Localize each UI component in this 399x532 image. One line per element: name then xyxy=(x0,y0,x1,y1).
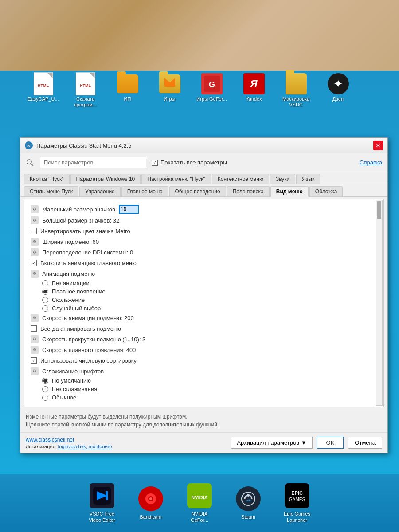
radio-btn-slide[interactable] xyxy=(42,297,48,303)
radio-normal-smooth[interactable]: Обычное xyxy=(29,393,370,402)
localization-text: Локализация: loginvovchyk, montonero xyxy=(26,444,227,449)
svg-point-17 xyxy=(247,494,250,497)
tab-view[interactable]: Вид меню xyxy=(270,186,309,197)
dialog-icon: S xyxy=(25,141,33,149)
setting-icon-fade-speed: ⚙ xyxy=(31,346,39,354)
desktop-icon-label-masking: Маскировка VSDC xyxy=(279,96,313,108)
nvidia-label: NVIDIAGeFor... xyxy=(191,511,208,524)
tab-pusk-menu[interactable]: Настройка меню "Пуск" xyxy=(141,174,211,184)
desktop-icon-easycap[interactable]: HTML EasyCAP_U... xyxy=(27,73,60,108)
content-area: ⚙ Маленький размер значков ⚙ Большой раз… xyxy=(24,199,384,407)
footer-info: Измененные параметры будут выделены полу… xyxy=(20,409,387,432)
radio-btn-random[interactable] xyxy=(42,305,48,312)
tab-lang[interactable]: Язык xyxy=(296,174,320,184)
tabs-row-1: Кнопка "Пуск" Параметры Windows 10 Настр… xyxy=(20,172,387,184)
radio-label-normal-smooth: Обычное xyxy=(52,394,76,401)
tab-context[interactable]: Контекстное меню xyxy=(212,174,269,184)
desktop-icon-masking[interactable]: Маскировка VSDC xyxy=(279,73,313,108)
radio-default-smooth[interactable]: По умолчанию xyxy=(29,376,370,385)
desktop-icon-yandex[interactable]: Я Yandex xyxy=(237,73,270,108)
taskbar-icon-nvidia[interactable]: NVIDIA NVIDIAGeFor... xyxy=(182,483,217,524)
radio-btn-no-smooth[interactable] xyxy=(42,386,48,392)
radio-btn-normal-smooth[interactable] xyxy=(42,395,48,401)
svg-text:NVIDIA: NVIDIA xyxy=(191,495,207,500)
always-anim-label: Всегда анимировать подменю xyxy=(40,325,121,332)
tab-style[interactable]: Стиль меню Пуск xyxy=(24,186,78,196)
main-anim-checkbox[interactable]: ✓ xyxy=(31,260,37,266)
localization-links[interactable]: loginvovchyk, montonero xyxy=(58,444,112,449)
font-smooth-header: ⚙ Сглаживание шрифтов xyxy=(29,366,370,376)
small-icon-label: Маленький размер значков xyxy=(42,206,115,213)
radio-no-anim[interactable]: Без анимации xyxy=(29,279,370,287)
taskbar-icon-epic[interactable]: EPIC GAMES Epic GamesLauncher xyxy=(279,483,315,524)
scrollbar-thumb[interactable] xyxy=(377,201,381,219)
ok-button[interactable]: OK xyxy=(317,437,344,449)
html-file-icon2: HTML xyxy=(76,72,95,95)
desktop-icon-ip[interactable]: ИП xyxy=(111,73,144,108)
tab-main-menu[interactable]: Главное меню xyxy=(121,186,168,196)
title-bar: S Параметры Classic Start Menu 4.2.5 ✕ xyxy=(20,138,387,153)
scrollbar-track[interactable] xyxy=(376,200,383,406)
taskbar-icon-vsdc[interactable]: VSDC FreeVideo Editor xyxy=(84,483,120,524)
setting-row-submenu-width: ⚙ Ширина подменю: 60 xyxy=(29,236,370,247)
classicshell-link[interactable]: www.classicshell.net xyxy=(26,437,74,443)
steam-label: Steam xyxy=(241,514,255,520)
num-sort-checkbox[interactable]: ✓ xyxy=(31,357,37,364)
radio-smooth[interactable]: Плавное появление xyxy=(29,287,370,296)
desktop-icon-games[interactable]: Игры xyxy=(153,73,186,108)
vsdc-label: VSDC FreeVideo Editor xyxy=(89,511,115,524)
setting-row-large-icon-size: ⚙ Большой размер значков: 32 xyxy=(29,215,370,226)
radio-label-random: Случайный выбор xyxy=(52,305,101,312)
small-icon-input[interactable] xyxy=(119,205,139,214)
radio-btn-default-smooth[interactable] xyxy=(42,378,48,384)
help-link[interactable]: Справка xyxy=(360,159,382,166)
folder-icon-ip xyxy=(117,74,138,93)
epic-icon: EPIC GAMES xyxy=(285,483,309,508)
radio-random[interactable]: Случайный выбор xyxy=(29,304,370,313)
radio-no-smooth[interactable]: Без сглаживания xyxy=(29,385,370,393)
epic-label: Epic GamesLauncher xyxy=(284,511,310,524)
cancel-button[interactable]: Отмена xyxy=(348,437,382,449)
show-all-params-checkbox[interactable]: ✓ xyxy=(152,160,158,166)
tab-behavior[interactable]: Общее поведение xyxy=(169,186,226,196)
svg-text:EPIC: EPIC xyxy=(291,490,303,496)
taskbar-icon-steam[interactable]: Steam xyxy=(231,486,266,520)
setting-icon-scroll-speed: ⚙ xyxy=(31,335,39,343)
desktop-icon-label-dzen: Дзен xyxy=(332,96,344,102)
dialog-title: Параметры Classic Start Menu 4.2.5 xyxy=(36,142,132,149)
radio-btn-no-anim[interactable] xyxy=(42,280,48,286)
radio-label-smooth: Плавное появление xyxy=(52,288,106,295)
submenu-anim-label: Анимация подменю xyxy=(42,270,95,277)
radio-slide[interactable]: Скольжение xyxy=(29,296,370,304)
num-sort-label: Использовать числовую сортировку xyxy=(40,357,137,364)
radio-btn-smooth[interactable] xyxy=(42,289,48,295)
setting-row-dpi: ⚙ Переопределение DPI системы: 0 xyxy=(29,247,370,258)
desktop-icon-download[interactable]: HTML Скачать програм... xyxy=(69,73,102,108)
footer-line1: Измененные параметры будут выделены полу… xyxy=(26,413,382,421)
archive-button[interactable]: Архивация параметров ▼ xyxy=(231,437,312,449)
radio-label-no-anim: Без анимации xyxy=(52,280,90,286)
tab-search-field[interactable]: Поле поиска xyxy=(227,186,270,196)
svg-point-12 xyxy=(149,497,152,500)
tab-sounds[interactable]: Звуки xyxy=(270,174,295,184)
tab-pusk-btn[interactable]: Кнопка "Пуск" xyxy=(24,174,70,184)
svg-text:G: G xyxy=(208,80,215,89)
desktop-icon-label-yandex: Yandex xyxy=(246,96,262,102)
gefor-icon: G xyxy=(201,73,223,94)
radio-label-default-smooth: По умолчанию xyxy=(52,377,91,384)
always-anim-checkbox[interactable] xyxy=(31,325,37,332)
desktop-icons-top: HTML EasyCAP_U... HTML Скачать програм..… xyxy=(27,73,355,108)
desktop-icon-dzen[interactable]: ✦ Дзен xyxy=(321,73,355,108)
large-icon-label: Большой размер значков: 32 xyxy=(42,217,119,224)
metro-invert-checkbox[interactable] xyxy=(31,228,37,234)
scroll-speed-label: Скорость прокрутки подменю (1..10): 3 xyxy=(42,336,145,343)
desktop: HTML EasyCAP_U... HTML Скачать програм..… xyxy=(0,0,399,532)
taskbar-icon-bandicam[interactable]: Bandicam xyxy=(133,486,168,520)
desktop-icon-games-gefor[interactable]: G Игры GeFor... xyxy=(195,73,228,108)
svg-rect-18 xyxy=(287,486,307,505)
tab-win10[interactable]: Параметры Windows 10 xyxy=(70,174,141,184)
close-button[interactable]: ✕ xyxy=(373,141,383,150)
tab-cover[interactable]: Обложка xyxy=(309,186,343,196)
tab-manage[interactable]: Управление xyxy=(79,186,121,196)
search-input[interactable] xyxy=(40,157,146,168)
